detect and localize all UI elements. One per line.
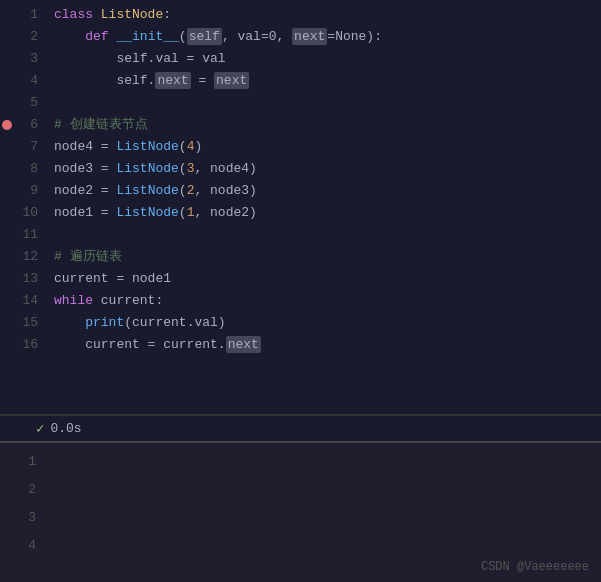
line-content: print(current.val) [50,312,601,334]
line-content: self.next = next [50,70,601,92]
code-line: 1class ListNode: [0,4,601,26]
line-number: 16 [14,334,50,356]
code-line: 4 self.next = next [0,70,601,92]
line-content: class ListNode: [50,4,601,26]
line-number: 12 [14,246,50,268]
output-line: 1 [0,447,601,475]
code-line: 12# 遍历链表 [0,246,601,268]
line-number: 15 [14,312,50,334]
output-line-number: 1 [14,454,36,469]
output-line-number: 3 [14,510,36,525]
status-check-icon: ✓ [36,420,44,437]
output-line: 3 [0,503,601,531]
breakpoint-area [0,120,14,130]
code-line: 15 print(current.val) [0,312,601,334]
line-number: 5 [14,92,50,114]
code-line: 6# 创建链表节点 [0,114,601,136]
line-number: 10 [14,202,50,224]
output-area: 1234 CSDN @Vaeeeeeee [0,443,601,582]
line-content: def __init__(self, val=0, next=None): [50,26,601,48]
line-number: 2 [14,26,50,48]
code-line: 10node1 = ListNode(1, node2) [0,202,601,224]
line-content: current = node1 [50,268,601,290]
output-line: 4 [0,531,601,559]
line-content [50,224,601,246]
code-line: 7node4 = ListNode(4) [0,136,601,158]
output-lines: 1234 [0,447,601,559]
breakpoint-dot [2,120,12,130]
code-editor: 1class ListNode:2 def __init__(self, val… [0,0,601,415]
code-line: 16 current = current.next [0,334,601,356]
code-line: 9node2 = ListNode(2, node3) [0,180,601,202]
code-line: 11 [0,224,601,246]
code-line: 14while current: [0,290,601,312]
code-line: 5 [0,92,601,114]
status-bar: ✓ 0.0s [0,415,601,443]
code-line: 2 def __init__(self, val=0, next=None): [0,26,601,48]
line-content: self.val = val [50,48,601,70]
line-number: 3 [14,48,50,70]
line-number: 4 [14,70,50,92]
line-content: # 遍历链表 [50,246,601,268]
code-lines: 1class ListNode:2 def __init__(self, val… [0,0,601,360]
line-number: 11 [14,224,50,246]
line-number: 8 [14,158,50,180]
line-content [50,92,601,114]
line-content: # 创建链表节点 [50,114,601,136]
output-line-number: 4 [14,538,36,553]
line-content: node4 = ListNode(4) [50,136,601,158]
watermark: CSDN @Vaeeeeeee [481,560,589,574]
line-number: 7 [14,136,50,158]
line-content: current = current.next [50,334,601,356]
code-line: 13current = node1 [0,268,601,290]
code-line: 3 self.val = val [0,48,601,70]
line-content: node1 = ListNode(1, node2) [50,202,601,224]
output-line: 2 [0,475,601,503]
output-line-number: 2 [14,482,36,497]
line-number: 6 [14,114,50,136]
code-line: 8node3 = ListNode(3, node4) [0,158,601,180]
line-number: 14 [14,290,50,312]
line-content: node2 = ListNode(2, node3) [50,180,601,202]
line-number: 9 [14,180,50,202]
line-content: node3 = ListNode(3, node4) [50,158,601,180]
status-time: 0.0s [50,421,81,436]
line-content: while current: [50,290,601,312]
line-number: 13 [14,268,50,290]
line-number: 1 [14,4,50,26]
